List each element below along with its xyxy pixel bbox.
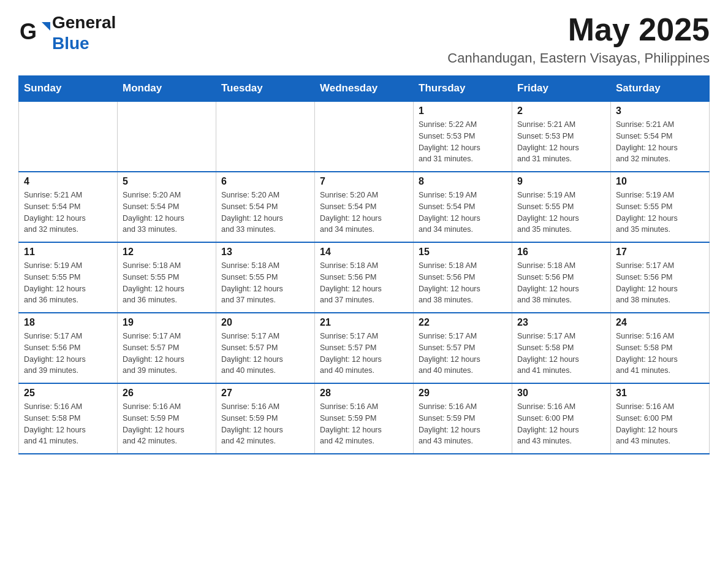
weekday-header-friday: Friday [512, 76, 611, 102]
day-number: 6 [221, 176, 309, 187]
calendar-day-cell: 25Sunrise: 5:16 AM Sunset: 5:58 PM Dayli… [19, 383, 118, 454]
calendar-day-cell [216, 101, 315, 172]
day-number: 4 [24, 176, 112, 187]
weekday-header-wednesday: Wednesday [315, 76, 414, 102]
calendar-header-row: SundayMondayTuesdayWednesdayThursdayFrid… [19, 76, 710, 102]
calendar-day-cell: 18Sunrise: 5:17 AM Sunset: 5:56 PM Dayli… [19, 313, 118, 383]
title-section: May 2025 Canhandugan, Eastern Visayas, P… [447, 12, 710, 66]
day-number: 7 [320, 176, 408, 187]
calendar-table: SundayMondayTuesdayWednesdayThursdayFrid… [18, 75, 710, 454]
calendar-day-cell: 30Sunrise: 5:16 AM Sunset: 6:00 PM Dayli… [512, 383, 611, 454]
day-info-text: Sunrise: 5:20 AM Sunset: 5:54 PM Dayligh… [320, 190, 408, 236]
day-info-text: Sunrise: 5:19 AM Sunset: 5:55 PM Dayligh… [24, 260, 112, 306]
month-year-title: May 2025 [447, 12, 710, 47]
weekday-header-sunday: Sunday [19, 76, 118, 102]
day-info-text: Sunrise: 5:17 AM Sunset: 5:57 PM Dayligh… [419, 331, 507, 377]
day-info-text: Sunrise: 5:16 AM Sunset: 5:59 PM Dayligh… [221, 401, 309, 447]
calendar-week-row: 18Sunrise: 5:17 AM Sunset: 5:56 PM Dayli… [19, 313, 710, 383]
day-info-text: Sunrise: 5:17 AM Sunset: 5:57 PM Dayligh… [221, 331, 309, 377]
day-number: 26 [123, 388, 211, 399]
calendar-day-cell: 8Sunrise: 5:19 AM Sunset: 5:54 PM Daylig… [414, 172, 512, 242]
day-number: 19 [123, 317, 211, 328]
calendar-day-cell: 31Sunrise: 5:16 AM Sunset: 6:00 PM Dayli… [611, 383, 710, 454]
calendar-day-cell: 28Sunrise: 5:16 AM Sunset: 5:59 PM Dayli… [315, 383, 414, 454]
day-number: 29 [419, 388, 507, 399]
calendar-day-cell: 11Sunrise: 5:19 AM Sunset: 5:55 PM Dayli… [19, 242, 118, 313]
day-number: 3 [616, 105, 704, 117]
day-info-text: Sunrise: 5:17 AM Sunset: 5:57 PM Dayligh… [320, 331, 408, 377]
day-info-text: Sunrise: 5:18 AM Sunset: 5:56 PM Dayligh… [517, 260, 605, 306]
calendar-day-cell: 2Sunrise: 5:21 AM Sunset: 5:53 PM Daylig… [512, 101, 611, 172]
calendar-day-cell [118, 101, 216, 172]
day-number: 18 [24, 317, 112, 328]
weekday-header-monday: Monday [118, 76, 216, 102]
calendar-day-cell: 15Sunrise: 5:18 AM Sunset: 5:56 PM Dayli… [414, 242, 512, 313]
calendar-week-row: 11Sunrise: 5:19 AM Sunset: 5:55 PM Dayli… [19, 242, 710, 313]
day-number: 16 [517, 247, 605, 258]
calendar-day-cell: 9Sunrise: 5:19 AM Sunset: 5:55 PM Daylig… [512, 172, 611, 242]
calendar-day-cell: 21Sunrise: 5:17 AM Sunset: 5:57 PM Dayli… [315, 313, 414, 383]
calendar-day-cell: 16Sunrise: 5:18 AM Sunset: 5:56 PM Dayli… [512, 242, 611, 313]
day-info-text: Sunrise: 5:16 AM Sunset: 6:00 PM Dayligh… [517, 401, 605, 447]
day-number: 14 [320, 247, 408, 258]
calendar-day-cell: 7Sunrise: 5:20 AM Sunset: 5:54 PM Daylig… [315, 172, 414, 242]
page-header: G General Blue May 2025 Canhandugan, Eas… [18, 12, 710, 66]
day-info-text: Sunrise: 5:16 AM Sunset: 5:58 PM Dayligh… [616, 331, 704, 377]
day-info-text: Sunrise: 5:16 AM Sunset: 5:59 PM Dayligh… [123, 401, 211, 447]
calendar-day-cell: 22Sunrise: 5:17 AM Sunset: 5:57 PM Dayli… [414, 313, 512, 383]
day-number: 22 [419, 317, 507, 328]
calendar-day-cell [315, 101, 414, 172]
day-number: 21 [320, 317, 408, 328]
calendar-day-cell: 6Sunrise: 5:20 AM Sunset: 5:54 PM Daylig… [216, 172, 315, 242]
day-number: 25 [24, 388, 112, 399]
calendar-day-cell: 27Sunrise: 5:16 AM Sunset: 5:59 PM Dayli… [216, 383, 315, 454]
calendar-day-cell: 1Sunrise: 5:22 AM Sunset: 5:53 PM Daylig… [414, 101, 512, 172]
day-info-text: Sunrise: 5:17 AM Sunset: 5:58 PM Dayligh… [517, 331, 605, 377]
day-info-text: Sunrise: 5:21 AM Sunset: 5:54 PM Dayligh… [24, 190, 112, 236]
day-info-text: Sunrise: 5:19 AM Sunset: 5:54 PM Dayligh… [419, 190, 507, 236]
day-info-text: Sunrise: 5:20 AM Sunset: 5:54 PM Dayligh… [123, 190, 211, 236]
day-info-text: Sunrise: 5:17 AM Sunset: 5:56 PM Dayligh… [24, 331, 112, 377]
day-number: 9 [517, 176, 605, 187]
calendar-day-cell: 19Sunrise: 5:17 AM Sunset: 5:57 PM Dayli… [118, 313, 216, 383]
logo: G General Blue [18, 12, 116, 53]
day-number: 10 [616, 176, 704, 187]
day-info-text: Sunrise: 5:18 AM Sunset: 5:56 PM Dayligh… [320, 260, 408, 306]
location-subtitle: Canhandugan, Eastern Visayas, Philippine… [447, 50, 710, 66]
day-number: 30 [517, 388, 605, 399]
calendar-day-cell: 14Sunrise: 5:18 AM Sunset: 5:56 PM Dayli… [315, 242, 414, 313]
calendar-week-row: 4Sunrise: 5:21 AM Sunset: 5:54 PM Daylig… [19, 172, 710, 242]
calendar-day-cell: 29Sunrise: 5:16 AM Sunset: 5:59 PM Dayli… [414, 383, 512, 454]
logo-blue-text: Blue [52, 33, 116, 54]
calendar-day-cell: 4Sunrise: 5:21 AM Sunset: 5:54 PM Daylig… [19, 172, 118, 242]
day-info-text: Sunrise: 5:17 AM Sunset: 5:56 PM Dayligh… [616, 260, 704, 306]
weekday-header-saturday: Saturday [611, 76, 710, 102]
day-info-text: Sunrise: 5:22 AM Sunset: 5:53 PM Dayligh… [419, 119, 507, 165]
calendar-day-cell: 3Sunrise: 5:21 AM Sunset: 5:54 PM Daylig… [611, 101, 710, 172]
day-info-text: Sunrise: 5:19 AM Sunset: 5:55 PM Dayligh… [616, 190, 704, 236]
day-number: 24 [616, 317, 704, 328]
calendar-day-cell: 26Sunrise: 5:16 AM Sunset: 5:59 PM Dayli… [118, 383, 216, 454]
day-number: 11 [24, 247, 112, 258]
day-info-text: Sunrise: 5:20 AM Sunset: 5:54 PM Dayligh… [221, 190, 309, 236]
day-info-text: Sunrise: 5:16 AM Sunset: 5:59 PM Dayligh… [419, 401, 507, 447]
day-info-text: Sunrise: 5:16 AM Sunset: 5:58 PM Dayligh… [24, 401, 112, 447]
day-number: 12 [123, 247, 211, 258]
logo-icon: G [18, 16, 52, 50]
day-number: 13 [221, 247, 309, 258]
weekday-header-thursday: Thursday [414, 76, 512, 102]
day-number: 23 [517, 317, 605, 328]
day-info-text: Sunrise: 5:16 AM Sunset: 6:00 PM Dayligh… [616, 401, 704, 447]
day-number: 27 [221, 388, 309, 399]
calendar-day-cell: 24Sunrise: 5:16 AM Sunset: 5:58 PM Dayli… [611, 313, 710, 383]
calendar-week-row: 25Sunrise: 5:16 AM Sunset: 5:58 PM Dayli… [19, 383, 710, 454]
day-info-text: Sunrise: 5:21 AM Sunset: 5:54 PM Dayligh… [616, 119, 704, 165]
calendar-day-cell: 17Sunrise: 5:17 AM Sunset: 5:56 PM Dayli… [611, 242, 710, 313]
day-info-text: Sunrise: 5:21 AM Sunset: 5:53 PM Dayligh… [517, 119, 605, 165]
weekday-header-tuesday: Tuesday [216, 76, 315, 102]
day-number: 28 [320, 388, 408, 399]
day-number: 15 [419, 247, 507, 258]
calendar-day-cell: 13Sunrise: 5:18 AM Sunset: 5:55 PM Dayli… [216, 242, 315, 313]
calendar-week-row: 1Sunrise: 5:22 AM Sunset: 5:53 PM Daylig… [19, 101, 710, 172]
day-number: 2 [517, 105, 605, 117]
